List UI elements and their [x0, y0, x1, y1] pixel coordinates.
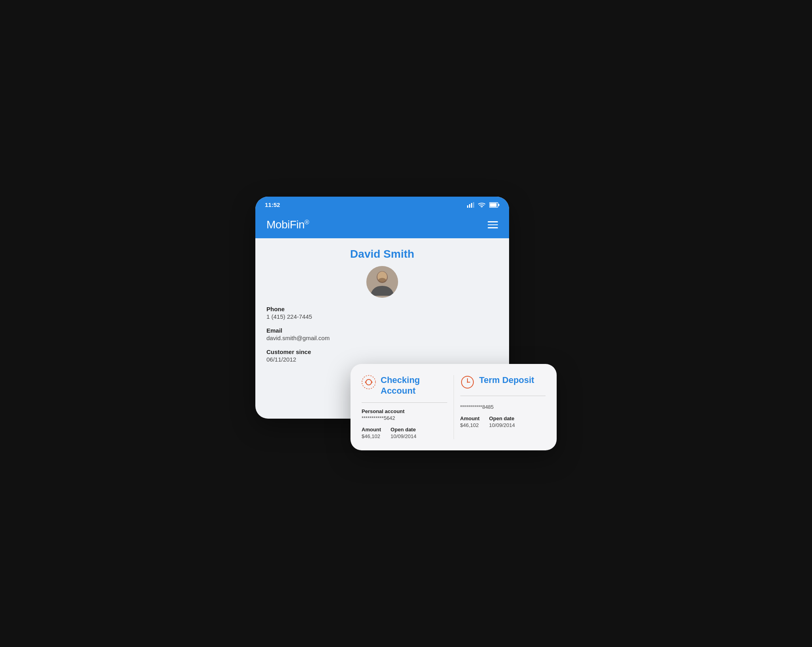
- customer-since-value: 06/11/2012: [266, 356, 498, 363]
- user-name: David Smith: [350, 248, 414, 260]
- status-icons: [467, 202, 500, 208]
- term-amount-value: $46,102: [460, 422, 480, 428]
- email-value: david.smith@gmail.com: [266, 335, 498, 341]
- customer-since-label: Customer since: [266, 348, 498, 355]
- term-details: Amount $46,102 Open date 10/09/2014: [460, 415, 546, 428]
- checking-account-title: Checking Account: [381, 375, 447, 396]
- status-bar: 11:52: [255, 197, 509, 213]
- customer-since-row: Customer since 06/11/2012: [266, 348, 498, 363]
- svg-point-12: [362, 375, 375, 389]
- term-deposit-title: Term Deposit: [479, 375, 534, 385]
- svg-point-4: [481, 207, 482, 207]
- wifi-icon: [478, 202, 485, 208]
- term-header: Term Deposit: [460, 375, 546, 389]
- brand-logo: MobiFin®: [266, 218, 309, 231]
- term-deposit-icon: [460, 375, 475, 389]
- checking-amount-col: Amount $46,102: [362, 427, 381, 439]
- nav-bar: MobiFin®: [255, 213, 509, 238]
- term-date-label: Open date: [489, 415, 515, 421]
- term-date-value: 10/09/2014: [489, 422, 515, 428]
- battery-icon: [489, 202, 500, 208]
- checking-header: Checking Account: [362, 375, 447, 396]
- phone-row: Phone 1 (415) 224-7445: [266, 306, 498, 320]
- svg-rect-0: [467, 205, 468, 208]
- term-divider: [460, 396, 546, 396]
- checking-divider: [362, 402, 447, 403]
- hamburger-menu-button[interactable]: [488, 221, 498, 228]
- avatar: [366, 266, 398, 298]
- svg-rect-3: [473, 202, 474, 208]
- checking-date-value: 10/09/2014: [391, 433, 416, 439]
- phone-label: Phone: [266, 306, 498, 312]
- svg-marker-13: [372, 381, 373, 383]
- term-date-col: Open date 10/09/2014: [489, 415, 515, 428]
- svg-point-18: [467, 382, 468, 383]
- svg-rect-6: [490, 203, 497, 207]
- svg-rect-1: [469, 204, 470, 208]
- term-deposit-panel: Term Deposit ***********8485 Amount $46,…: [454, 375, 546, 439]
- checking-account-icon: [362, 375, 376, 389]
- email-row: Email david.smith@gmail.com: [266, 327, 498, 341]
- svg-point-11: [378, 278, 386, 283]
- checking-account-panel: Checking Account Personal account ******…: [362, 375, 454, 439]
- svg-rect-2: [471, 203, 472, 208]
- checking-date-label: Open date: [391, 427, 416, 433]
- term-account-number: ***********8485: [460, 404, 546, 410]
- signal-icon: [467, 202, 474, 208]
- checking-sub-label: Personal account: [362, 408, 447, 414]
- term-amount-col: Amount $46,102: [460, 415, 480, 428]
- email-label: Email: [266, 327, 498, 334]
- checking-account-number: ***********5642: [362, 415, 447, 421]
- checking-amount-value: $46,102: [362, 433, 381, 439]
- phone-value: 1 (415) 224-7445: [266, 313, 498, 320]
- svg-rect-7: [498, 204, 500, 206]
- info-section: Phone 1 (415) 224-7445 Email david.smith…: [255, 306, 509, 363]
- profile-section: David Smith: [255, 238, 509, 306]
- checking-amount-label: Amount: [362, 427, 381, 433]
- checking-details: Amount $46,102 Open date 10/09/2014: [362, 427, 447, 439]
- avatar-image: [366, 266, 398, 298]
- accounts-card: Checking Account Personal account ******…: [350, 364, 557, 450]
- svg-marker-14: [365, 381, 366, 383]
- checking-date-col: Open date 10/09/2014: [391, 427, 416, 439]
- scene: 11:52: [255, 197, 557, 450]
- term-amount-label: Amount: [460, 415, 480, 421]
- status-time: 11:52: [265, 201, 280, 208]
